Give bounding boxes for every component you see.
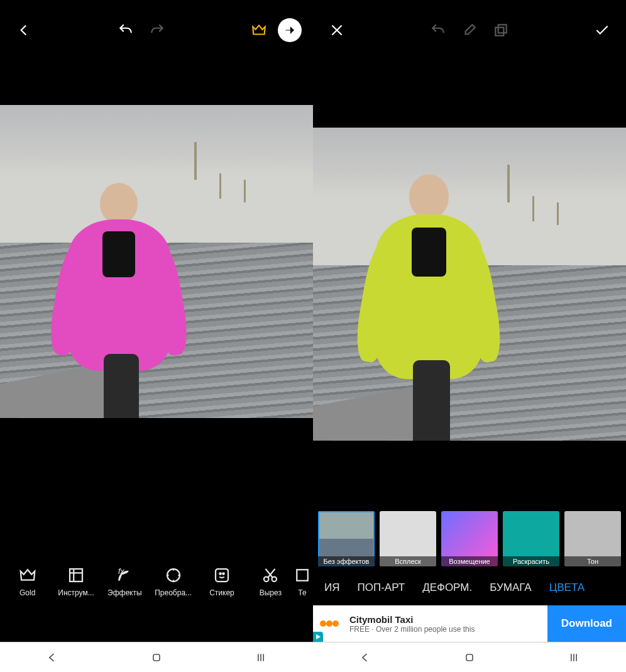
svg-rect-9 xyxy=(153,654,160,661)
svg-rect-3 xyxy=(216,569,228,581)
tool-label: Вырез xyxy=(260,588,282,597)
svg-point-4 xyxy=(219,573,221,575)
fx-label: Всплеск xyxy=(380,556,436,566)
svg-rect-8 xyxy=(297,570,308,581)
cat-partial[interactable]: ИЯ xyxy=(324,581,340,594)
close-icon[interactable] xyxy=(324,18,349,43)
tool-sticker[interactable]: Стикер xyxy=(198,566,245,597)
undo-icon[interactable] xyxy=(113,18,138,43)
effects-categories: ИЯ ПОП-АРТ ДЕФОРМ. БУМАГА ЦВЕТА xyxy=(313,570,626,605)
nav-recents-icon[interactable] xyxy=(568,651,580,664)
nav-recents-icon[interactable] xyxy=(255,651,267,664)
tool-gold[interactable]: Gold xyxy=(4,566,51,597)
svg-point-15 xyxy=(332,620,339,627)
tool-label: Те xyxy=(298,588,306,597)
svg-rect-16 xyxy=(466,654,473,661)
fx-thumb-none[interactable]: Без эффектов xyxy=(318,511,375,566)
ad-download-button[interactable]: Download xyxy=(547,605,626,642)
nav-back-icon[interactable] xyxy=(359,651,371,664)
back-icon[interactable] xyxy=(11,18,36,43)
svg-marker-12 xyxy=(316,634,321,639)
ad-banner[interactable]: Citymobil Taxi FREE · Over 2 million peo… xyxy=(313,605,626,642)
nav-back-icon[interactable] xyxy=(46,651,58,664)
svg-text:fx: fx xyxy=(118,567,124,576)
tool-label: Инструм... xyxy=(58,588,94,597)
fx-thumb-tone[interactable]: Тон xyxy=(564,511,621,566)
cat-popart[interactable]: ПОП-АРТ xyxy=(358,581,405,594)
tool-text[interactable]: Те xyxy=(295,566,309,597)
nav-home-icon[interactable] xyxy=(463,651,476,664)
tool-effects[interactable]: fx Эффекты xyxy=(101,566,148,597)
photo-canvas[interactable] xyxy=(0,60,313,462)
crown-gold-icon[interactable] xyxy=(246,18,272,43)
fx-thumb-splash[interactable]: Всплеск xyxy=(380,511,436,566)
ad-badge-icon xyxy=(313,632,323,642)
nav-home-icon[interactable] xyxy=(150,651,163,664)
undo-icon[interactable] xyxy=(426,18,451,43)
ad-subtitle: FREE · Over 2 million people use this xyxy=(349,625,540,634)
photo-canvas[interactable] xyxy=(313,60,626,507)
android-navbar xyxy=(313,642,626,672)
bottom-toolbar: Gold Инструм... fx Эффекты Преобра... Ст… xyxy=(0,556,313,607)
apply-check-icon[interactable] xyxy=(590,18,615,43)
eraser-icon[interactable] xyxy=(457,18,482,43)
fx-label: Возмещение xyxy=(441,556,498,566)
svg-point-5 xyxy=(222,573,224,575)
android-navbar xyxy=(0,642,313,672)
ad-text: Citymobil Taxi FREE · Over 2 million peo… xyxy=(349,614,540,634)
editor-screen-main: Gold Инструм... fx Эффекты Преобра... Ст… xyxy=(0,0,313,672)
cat-deform[interactable]: ДЕФОРМ. xyxy=(422,581,472,594)
svg-point-14 xyxy=(326,620,332,627)
fx-thumb-colorize[interactable]: Раскрасить xyxy=(503,511,559,566)
fx-thumb-replace[interactable]: Возмещение xyxy=(441,511,498,566)
ad-app-icon xyxy=(319,612,342,635)
tool-label: Gold xyxy=(19,588,35,597)
redo-icon[interactable] xyxy=(145,18,170,43)
layers-icon[interactable] xyxy=(488,18,513,43)
editor-screen-effects: Без эффектов Всплеск Возмещение Раскраси… xyxy=(313,0,626,672)
tool-label: Преобра... xyxy=(155,588,192,597)
fx-label: Тон xyxy=(564,556,621,566)
fx-label: Раскрасить xyxy=(503,556,559,566)
cat-paper[interactable]: БУМАГА xyxy=(490,581,531,594)
cat-colors[interactable]: ЦВЕТА xyxy=(549,581,585,594)
fx-label: Без эффектов xyxy=(318,556,375,566)
tool-instruments[interactable]: Инструм... xyxy=(52,566,99,597)
next-button[interactable] xyxy=(278,18,302,42)
ad-title: Citymobil Taxi xyxy=(349,614,540,625)
top-toolbar xyxy=(313,0,626,60)
tool-cutout[interactable]: Вырез xyxy=(247,566,294,597)
svg-point-13 xyxy=(320,620,326,627)
svg-rect-0 xyxy=(70,569,82,581)
tool-label: Стикер xyxy=(209,588,234,597)
tool-transform[interactable]: Преобра... xyxy=(150,566,197,597)
svg-rect-11 xyxy=(498,25,507,33)
top-toolbar xyxy=(0,0,313,60)
svg-point-2 xyxy=(167,569,180,581)
svg-rect-10 xyxy=(495,28,503,36)
tool-label: Эффекты xyxy=(107,588,142,597)
effects-strip: Без эффектов Всплеск Возмещение Раскраси… xyxy=(313,507,626,570)
